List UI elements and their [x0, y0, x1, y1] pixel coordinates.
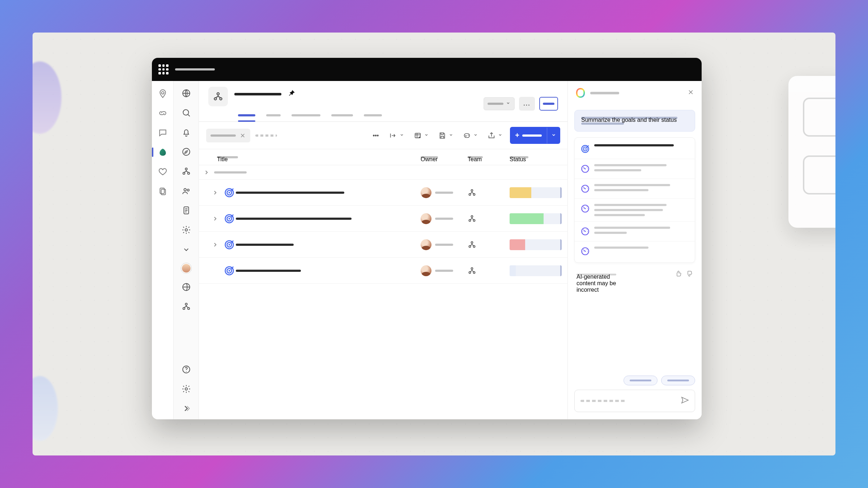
goal-target-icon: [580, 144, 590, 154]
help-icon[interactable]: [180, 364, 192, 375]
chevron-right-icon[interactable]: [208, 215, 223, 222]
suggestion-pill[interactable]: [661, 376, 695, 385]
org2-icon[interactable]: [180, 301, 192, 312]
copilot-result-row[interactable]: [575, 241, 695, 261]
new-goal-split[interactable]: [547, 128, 560, 144]
owner-avatar[interactable]: [421, 239, 431, 250]
app-window: App window: [152, 58, 702, 419]
team-icon[interactable]: [463, 214, 510, 223]
globe2-icon[interactable]: [180, 281, 192, 293]
collapse-icon[interactable]: [180, 403, 192, 414]
files-icon[interactable]: [157, 185, 169, 197]
bell-icon[interactable]: [180, 127, 192, 138]
settings-icon[interactable]: [180, 383, 192, 395]
goal-target-icon: [223, 212, 236, 225]
status-bar[interactable]: [510, 213, 562, 224]
dots-icon[interactable]: [370, 129, 382, 142]
thumbs-down-icon[interactable]: [686, 270, 693, 279]
copilot-sparkle-icon[interactable]: [461, 129, 480, 142]
view-switcher[interactable]: View: [484, 97, 515, 110]
table-row[interactable]: [199, 165, 567, 180]
table-row[interactable]: [199, 232, 567, 258]
status-bar[interactable]: [510, 187, 562, 198]
people-icon[interactable]: [180, 185, 192, 197]
copilot-result-row[interactable]: [575, 198, 695, 221]
copilot-logo-icon: [575, 87, 586, 98]
app-launcher-icon[interactable]: [158, 64, 169, 74]
status-bar[interactable]: [510, 265, 562, 276]
close-icon[interactable]: [239, 132, 246, 139]
goal-target-icon: [223, 238, 236, 251]
chevron-right-icon[interactable]: [208, 189, 223, 196]
svg-point-51: [469, 271, 471, 273]
copilot-result-row[interactable]: [575, 221, 695, 241]
new-goal-button[interactable]: +New goal: [510, 127, 560, 144]
owner-avatar[interactable]: [421, 187, 431, 198]
suggestion-pill[interactable]: [624, 376, 658, 385]
table-settings-icon[interactable]: [412, 129, 431, 142]
chevron-right-icon[interactable]: [199, 169, 214, 176]
document-icon[interactable]: [180, 205, 192, 216]
tab-2[interactable]: [292, 114, 320, 121]
svg-point-63: [584, 231, 586, 232]
svg-point-6: [185, 168, 187, 170]
chevron-right-icon[interactable]: [208, 241, 223, 248]
tab-1[interactable]: [266, 114, 281, 121]
page-header: Organization goals View ... Copilot: [199, 81, 567, 111]
share-icon[interactable]: [485, 129, 505, 142]
expand-right-icon[interactable]: [387, 129, 407, 142]
status-bar[interactable]: [510, 239, 562, 250]
bg-decoration: [33, 376, 58, 441]
location-icon[interactable]: [157, 87, 169, 100]
org-icon[interactable]: [180, 166, 192, 177]
svg-point-49: [229, 270, 230, 271]
copilot-result-row[interactable]: [575, 179, 695, 198]
copilot-result-row[interactable]: [575, 139, 695, 159]
tab-0[interactable]: [238, 114, 255, 121]
owner-avatar[interactable]: [421, 213, 431, 224]
search-icon[interactable]: [180, 107, 192, 119]
user-avatar[interactable]: [181, 263, 191, 273]
link-icon[interactable]: [157, 107, 169, 119]
owner-avatar[interactable]: [421, 265, 431, 276]
svg-point-52: [473, 271, 475, 273]
chat-icon[interactable]: [157, 127, 169, 139]
app-rail: [152, 81, 174, 419]
owner-name: [435, 270, 453, 272]
tab-3[interactable]: [331, 114, 353, 121]
pin-icon[interactable]: [287, 89, 296, 99]
svg-point-50: [471, 267, 473, 269]
more-button[interactable]: ...: [519, 97, 535, 111]
team-icon[interactable]: [463, 266, 510, 275]
table-row[interactable]: [199, 258, 567, 284]
copilot-composer[interactable]: [574, 390, 695, 412]
team-icon[interactable]: [463, 188, 510, 197]
chevron-down-icon[interactable]: [180, 244, 192, 255]
team-icon[interactable]: [463, 240, 510, 249]
thumbs-up-icon[interactable]: [675, 270, 682, 279]
gear-icon[interactable]: [180, 224, 192, 236]
viva-goals-icon[interactable]: [157, 146, 169, 158]
svg-point-15: [183, 308, 184, 309]
svg-point-10: [187, 189, 189, 191]
close-icon[interactable]: [687, 89, 694, 97]
send-icon[interactable]: [680, 396, 689, 406]
copilot-result-row[interactable]: [575, 159, 695, 179]
compass-icon[interactable]: [180, 146, 192, 158]
heart-icon[interactable]: [157, 166, 169, 178]
globe-icon[interactable]: [180, 87, 192, 99]
add-filter-button[interactable]: [255, 134, 277, 137]
svg-point-16: [187, 308, 189, 309]
svg-point-65: [584, 251, 586, 252]
save-icon[interactable]: [436, 129, 456, 142]
copilot-prompt-card[interactable]: Summarize the goals and their status: [574, 110, 695, 132]
svg-point-34: [473, 193, 475, 195]
tab-4[interactable]: [364, 114, 382, 121]
copilot-toggle-button[interactable]: Copilot: [539, 97, 558, 111]
titlebar: App window: [152, 58, 702, 81]
table-row[interactable]: [199, 180, 567, 206]
table-row[interactable]: [199, 206, 567, 232]
svg-point-39: [469, 219, 471, 221]
filter-chip[interactable]: Filter applied: [206, 129, 250, 142]
page-title: Organization goals: [234, 93, 281, 95]
